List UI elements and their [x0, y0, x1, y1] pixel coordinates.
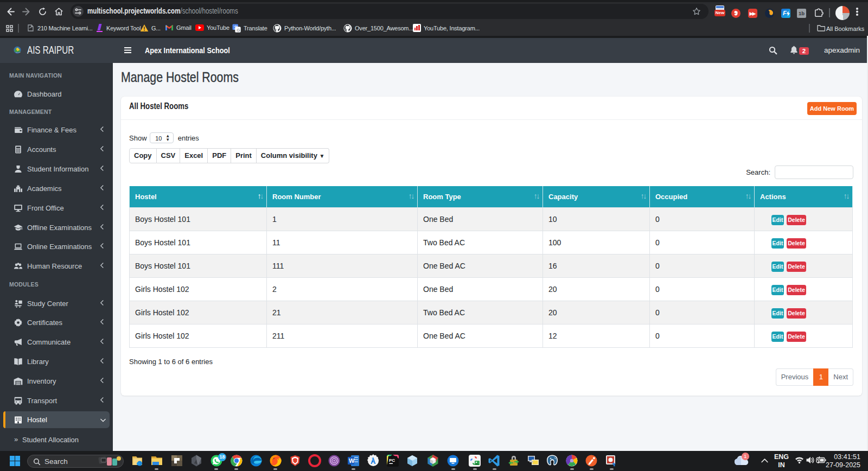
svg-text:W: W — [349, 457, 355, 464]
svg-text:PC: PC — [389, 458, 395, 463]
svg-text:APEX INTL: APEX INTL — [15, 52, 21, 53]
svg-text:G: G — [237, 28, 240, 33]
